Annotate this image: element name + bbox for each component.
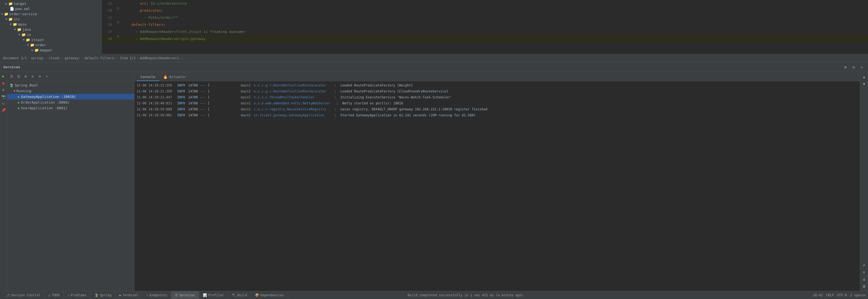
breadcrumb-item[interactable]: Item 2/2 — [120, 56, 135, 60]
chevron-right-icon: ▶ — [31, 48, 33, 52]
service-item-user[interactable]: ▶ UserApplication :8081/ — [7, 105, 134, 111]
stop-button[interactable]: ■ — [1, 80, 6, 86]
breadcrumb-item[interactable]: gateway: — [65, 56, 80, 60]
breadcrumb-item[interactable]: Document 1/1 — [3, 56, 27, 60]
status-tab-label: Profiler — [208, 293, 224, 297]
tree-item-src[interactable]: ▼ 📁 src — [0, 17, 101, 22]
chevron-down-icon: ▼ — [5, 18, 7, 21]
filter-output-button[interactable]: ≡ — [861, 269, 867, 275]
tree-item-order[interactable]: ▼ 📁 order — [0, 43, 101, 48]
tree-label: java — [23, 27, 31, 31]
tree-item-cn[interactable]: ▼ 📁 cn — [0, 32, 101, 37]
services-tree: ☰ ☰ ⊞ ≡ ⊡ + 🍃 Spring Boot ▼ Running — [7, 72, 134, 291]
tree-item-target[interactable]: ▶ 📁 target — [0, 1, 101, 6]
wrap-text-button[interactable]: ⇄ — [861, 262, 867, 268]
folder-icon: 📁 — [8, 2, 13, 6]
status-tab-terminal[interactable]: ▶ Terminal — [116, 291, 143, 299]
chevron-down-icon: ▼ — [13, 89, 16, 93]
clear-button[interactable]: 🗑 — [861, 283, 867, 289]
sync-button[interactable]: ↻ — [1, 100, 6, 106]
service-item-gateway[interactable]: ▶ GatewayApplication :10010/ — [7, 94, 134, 100]
filter-button[interactable]: ≡ — [30, 74, 36, 80]
log-line: 11-06 14:10:40:821 INFO 14780 --- [ main… — [137, 100, 858, 106]
add-button[interactable]: + — [44, 74, 50, 80]
camera-button[interactable]: 📷 — [1, 93, 6, 100]
dependencies-icon: 📦 — [255, 293, 259, 297]
actuator-icon: 🔥 — [163, 75, 167, 79]
endpoints-icon: ⚡ — [146, 293, 148, 297]
indentation: 2 spaces — [850, 293, 866, 297]
status-tab-label: Services — [179, 293, 195, 297]
status-tab-problems[interactable]: ⚠ Problems — [64, 291, 91, 299]
status-tab-todo[interactable]: ☑ TODO — [44, 291, 63, 299]
settings-button[interactable]: ⚙ — [1, 87, 6, 93]
status-tab-services[interactable]: ☰ Services — [171, 291, 199, 299]
log-message: Initializing ExecutorService 'Nacos-Watc… — [339, 94, 452, 100]
tree-item-pomxml[interactable]: 📄 pom.xml — [0, 6, 101, 11]
status-bar: ⎇ Version Control ☑ TODO ⚠ Problems 🍃 Sp… — [0, 291, 868, 299]
services-tree-items: 🍃 Spring Boot ▼ Running ▶ GatewayApplica… — [7, 81, 134, 112]
breadcrumb-item[interactable]: AddRequestHeader=ori... — [140, 56, 185, 60]
status-tab-endpoints[interactable]: ⚡ Endpoints — [143, 291, 171, 299]
tree-label: cn — [27, 33, 31, 37]
breadcrumb-item[interactable]: default-filters: — [84, 56, 116, 60]
status-tab-spring[interactable]: 🍃 Spring — [91, 291, 116, 299]
tree-item-main[interactable]: ▼ 📁 main — [0, 22, 101, 27]
close-icon[interactable]: ✕ — [859, 64, 865, 70]
log-message: Loaded RoutePredicateFactory [CloudFound… — [339, 88, 448, 94]
chevron-down-icon: ▼ — [19, 33, 20, 36]
scroll-up-button[interactable]: ▲ — [861, 74, 867, 80]
print-button[interactable]: 🖨 — [861, 276, 867, 282]
todo-icon: ☑ — [48, 293, 50, 297]
chevron-down-icon: ▼ — [23, 38, 25, 42]
code-line-26: 26 default-filters: — [102, 21, 868, 28]
services-header: Services ⊞ ⚙ ✕ — [0, 62, 868, 72]
expand-all-button[interactable]: ☰ — [16, 74, 22, 80]
run-icon: ▶ — [18, 106, 20, 110]
scroll-down-button[interactable]: ▼ — [861, 81, 867, 87]
service-item-running[interactable]: ▼ Running — [7, 88, 134, 94]
status-tab-dependencies[interactable]: 📦 Dependencies — [251, 291, 288, 299]
status-tab-label: Terminal — [123, 293, 138, 297]
terminal-icon: ▶ — [119, 293, 121, 297]
services-main-content: ▶ ■ ⚙ 📷 ↻ 📌 ☰ ☰ ⊞ ≡ ⊡ + 🍃 Spr — [0, 72, 868, 291]
log-colon: : — [329, 82, 336, 88]
tree-item-order-service[interactable]: ▼ 📁 order-service — [0, 11, 101, 17]
pin-button[interactable]: 📌 — [1, 107, 6, 113]
line-content: predicates: — [121, 7, 868, 14]
tab-console[interactable]: Console — [137, 73, 159, 81]
log-timestamp: 11-06 14:10:21:359 — [137, 82, 172, 88]
build-icon: 🔨 — [232, 293, 236, 297]
log-line: 11-06 14:10:21:447 INFO 14780 --- [ main… — [137, 94, 858, 100]
chevron-down-icon: ▼ — [14, 28, 16, 31]
expand-icon[interactable]: ⊞ — [842, 64, 848, 70]
status-tab-profiler[interactable]: 📊 Profiler — [199, 291, 228, 299]
run-icon: ▶ — [18, 95, 20, 99]
group-button[interactable]: ⊞ — [23, 74, 29, 80]
line-content: - AddRequestHeader=Truth,Itcast is freak… — [121, 28, 868, 35]
run-button[interactable]: ▶ — [1, 73, 6, 79]
folder-icon: 📁 — [8, 17, 13, 21]
status-tab-build[interactable]: 🔨 Build — [228, 291, 251, 299]
log-line: 11-06 14:10:59:901 INFO 14780 --- [ main… — [137, 112, 858, 118]
tree-item-itcast[interactable]: ▼ 📁 itcast — [0, 37, 101, 43]
log-level: INFO — [177, 100, 185, 106]
folder-icon: 📁 — [4, 12, 8, 16]
status-tab-version-control[interactable]: ⎇ Version Control — [2, 291, 44, 299]
tree-label: itcast — [31, 38, 44, 42]
tree-item-java[interactable]: ▼ 📁 java — [0, 27, 101, 32]
folder-icon: 📁 — [34, 48, 39, 52]
tree-item-mapper[interactable]: ▶ 📁 mapper — [0, 48, 101, 53]
log-level: INFO — [177, 82, 185, 88]
collapse-all-button[interactable]: ☰ — [9, 74, 14, 80]
breadcrumb-item[interactable]: cloud: — [49, 56, 61, 60]
service-item-order[interactable]: ▶ OrderApplication :8088/ — [7, 100, 134, 105]
tab-actuator[interactable]: 🔥 Actuator — [159, 73, 190, 81]
breadcrumb-item[interactable]: spring: — [31, 56, 45, 60]
service-item-springboot[interactable]: 🍃 Spring Boot — [7, 82, 134, 88]
console-tabs: Console 🔥 Actuator — [134, 72, 860, 81]
settings-icon[interactable]: ⚙ — [850, 64, 857, 70]
line-number: 28 — [102, 35, 115, 43]
console-area: Console 🔥 Actuator 11-06 14:10:21:359 IN… — [134, 72, 860, 291]
config-button[interactable]: ⊡ — [37, 74, 43, 80]
